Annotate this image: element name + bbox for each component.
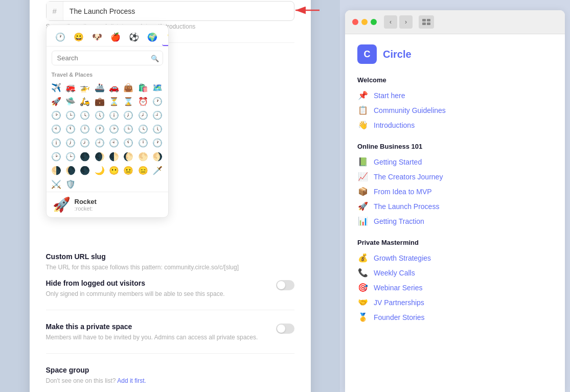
- emoji-cell[interactable]: 🕛: [78, 122, 92, 135]
- emoji-cell[interactable]: 🚁: [78, 81, 92, 94]
- emoji-cell[interactable]: 🚀: [50, 95, 63, 108]
- emoji-tab-sport[interactable]: ⚽: [125, 29, 143, 46]
- nav-item-getting-started[interactable]: 📗 Getting Started: [357, 154, 553, 169]
- emoji-cell[interactable]: 🚢: [93, 81, 106, 94]
- emoji-cell[interactable]: 🌕: [136, 150, 150, 163]
- emoji-tab-food[interactable]: 🍎: [107, 29, 124, 46]
- emoji-cell[interactable]: 😶: [107, 164, 121, 177]
- emoji-tab-bulb[interactable]: 💡: [162, 29, 169, 46]
- emoji-cell[interactable]: 🕙: [50, 122, 63, 135]
- emoji-tab-globe[interactable]: 🌍: [144, 29, 161, 46]
- nav-item-creators-journey[interactable]: 📈 The Creators Journey: [357, 169, 553, 184]
- nav-icon: 📊: [357, 216, 369, 226]
- emoji-cell[interactable]: 🕔: [151, 122, 164, 135]
- emoji-cell[interactable]: 🗺️: [151, 81, 164, 94]
- emoji-cell[interactable]: ⌛: [122, 95, 135, 108]
- emoji-cell[interactable]: 💼: [93, 95, 106, 108]
- emoji-cell[interactable]: 😑: [136, 164, 150, 177]
- add-space-group-link[interactable]: Add it first.: [117, 377, 146, 384]
- emoji-cell[interactable]: ⏳: [107, 95, 121, 108]
- left-panel: Edit space Manage this space's name and …: [0, 0, 340, 392]
- emoji-cell[interactable]: 🕚: [122, 136, 135, 149]
- nav-item-webinar-series[interactable]: 🎯 Webinar Series: [357, 280, 553, 295]
- nav-item-growth-strategies[interactable]: 💰 Growth Strategies: [357, 250, 553, 265]
- nav-icon: 🤝: [357, 297, 369, 307]
- emoji-cell[interactable]: 🛵: [78, 95, 92, 108]
- emoji-cell[interactable]: ✈️: [50, 81, 63, 94]
- space-name-input[interactable]: [63, 2, 294, 20]
- emoji-cell[interactable]: 🛸: [64, 95, 77, 108]
- emoji-cell[interactable]: 🕛: [136, 136, 150, 149]
- nav-item-founder-stories[interactable]: 🥇 Founder Stories: [357, 310, 553, 325]
- emoji-cell[interactable]: 🕕: [107, 108, 121, 122]
- nav-item-start-here[interactable]: 📌 Start here: [357, 88, 553, 103]
- emoji-cell[interactable]: 🌗: [50, 164, 63, 177]
- private-field-section: Make this a private space Members will h…: [46, 322, 294, 354]
- emoji-cell[interactable]: 🕐: [151, 95, 164, 108]
- emoji-cell[interactable]: 🕖: [122, 108, 135, 122]
- nav-icon: 🚀: [357, 201, 369, 211]
- emoji-cell[interactable]: 🕑: [50, 150, 63, 163]
- close-button[interactable]: [352, 19, 358, 25]
- emoji-cell[interactable]: 🕑: [50, 108, 63, 122]
- emoji-cell[interactable]: ⏰: [136, 95, 150, 108]
- nav-item-idea-to-mvp[interactable]: 📦 From Idea to MVP: [357, 184, 553, 199]
- nav-item-weekly-calls[interactable]: 📞 Weekly Calls: [357, 265, 553, 280]
- emoji-cell[interactable]: 🕐: [151, 136, 164, 149]
- emoji-cell[interactable]: 🚒: [64, 81, 77, 94]
- emoji-cell[interactable]: 🗡️: [151, 164, 164, 177]
- emoji-cell[interactable]: 🕓: [78, 108, 92, 122]
- circle-header: C Circle: [357, 44, 553, 64]
- emoji-cell[interactable]: 🕑: [107, 122, 121, 135]
- emoji-cell[interactable]: 🌑: [78, 150, 92, 163]
- emoji-cell[interactable]: 🕘: [151, 108, 164, 122]
- tab-view-button[interactable]: [419, 15, 434, 29]
- emoji-cell[interactable]: 🕖: [64, 136, 77, 149]
- emoji-cell[interactable]: 🌘: [64, 164, 77, 177]
- emoji-cell[interactable]: 🌔: [122, 150, 135, 163]
- nav-item-introductions[interactable]: 👋 Introductions: [357, 118, 553, 132]
- nav-item-label: JV Partnerships: [374, 298, 424, 307]
- emoji-cell[interactable]: 👜: [122, 81, 135, 94]
- emoji-cell[interactable]: 🕒: [122, 122, 135, 135]
- nav-item-launch-process[interactable]: 🚀 The Launch Process: [357, 199, 553, 214]
- emoji-cell[interactable]: 🛍️: [136, 81, 150, 94]
- minimize-button[interactable]: [361, 19, 368, 25]
- emoji-cell[interactable]: 🕙: [107, 136, 121, 149]
- emoji-cell[interactable]: 🌙: [93, 164, 106, 177]
- emoji-tab-face[interactable]: 😀: [70, 29, 87, 46]
- emoji-cell[interactable]: 🌑: [78, 164, 92, 177]
- emoji-cell[interactable]: 🛡️: [64, 177, 77, 191]
- hide-toggle-track[interactable]: [276, 280, 294, 290]
- emoji-cell[interactable]: 🕕: [50, 136, 63, 149]
- emoji-cell[interactable]: 🕓: [136, 122, 150, 135]
- nav-item-jv-partnerships[interactable]: 🤝 JV Partnerships: [357, 295, 553, 310]
- private-toggle-track[interactable]: [276, 324, 294, 334]
- emoji-tab-animal[interactable]: 🐶: [88, 29, 106, 46]
- emoji-search-input[interactable]: [52, 51, 163, 65]
- emoji-cell[interactable]: 🕗: [136, 108, 150, 122]
- emoji-cell[interactable]: 🕐: [93, 122, 106, 135]
- space-group-section: Space group Don't see one on this list? …: [46, 366, 294, 384]
- forward-button[interactable]: ›: [399, 15, 413, 29]
- emoji-cell[interactable]: 🕒: [64, 108, 77, 122]
- emoji-cell[interactable]: 🕔: [93, 108, 106, 122]
- emoji-cell[interactable]: ⚔️: [50, 177, 63, 191]
- emoji-cell[interactable]: 🌓: [107, 150, 121, 163]
- nav-item-getting-traction[interactable]: 📊 Getting Traction: [357, 214, 553, 228]
- emoji-cell[interactable]: 🕘: [93, 136, 106, 149]
- private-toggle[interactable]: [276, 324, 294, 334]
- emoji-tab-clock[interactable]: 🕐: [52, 29, 69, 46]
- emoji-cell[interactable]: 🌒: [93, 150, 106, 163]
- hide-toggle[interactable]: [276, 280, 294, 290]
- maximize-button[interactable]: [371, 19, 377, 25]
- emoji-cell[interactable]: 🚗: [107, 81, 121, 94]
- emoji-cell[interactable]: 🌖: [151, 150, 164, 163]
- emoji-cell[interactable]: 😐: [122, 164, 135, 177]
- emoji-cell[interactable]: 🕗: [78, 136, 92, 149]
- emoji-cell[interactable]: 🕚: [64, 122, 77, 135]
- nav-icon: 🎯: [357, 283, 369, 292]
- nav-item-community-guidelines[interactable]: 📋 Community Guidelines: [357, 103, 553, 118]
- emoji-cell[interactable]: 🕒: [64, 150, 77, 163]
- back-button[interactable]: ‹: [384, 15, 397, 29]
